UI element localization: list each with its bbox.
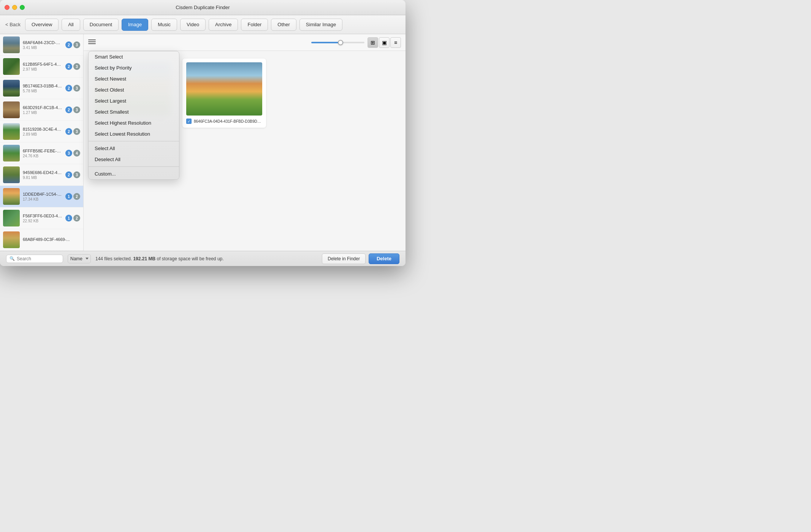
grid-view-button[interactable]: ⊞ [367,37,378,48]
badge-count: 3 [65,150,72,157]
item-name: 68AF6A84-23CD-4D49-... [23,40,62,45]
menu-line [88,41,96,42]
badge-total: 3 [73,128,80,135]
item-name: 663D291F-8C1B-41BE-9... [23,105,62,110]
file-list-sidebar: 68AF6A84-23CD-4D49-... 3.41 MB 2 3 612B8… [0,34,84,251]
delete-in-finder-button[interactable]: Delete in Finder [322,253,366,264]
menu-item-select-smallest[interactable]: Select Smallest [89,106,179,117]
search-container: 🔍 [6,255,63,263]
menu-item-select-all[interactable]: Select All [89,143,179,154]
zoom-slider-container [99,42,364,43]
bottom-bar: 🔍 Name Size Date Type 144 files selected… [0,251,406,266]
maximize-button[interactable] [20,5,25,10]
thumbnail [3,36,20,53]
list-item[interactable]: 68ABF489-0C3F-4669-... [0,229,83,251]
close-button[interactable] [5,5,10,10]
tab-similar-image[interactable]: Similar Image [299,19,342,31]
sort-select[interactable]: Name Size Date Type [68,254,91,263]
status-size: 192.21 MB [133,256,155,261]
divider [89,166,179,167]
list-item[interactable]: 9459E686-ED42-4DE7-... 9.81 MB 2 3 [0,164,83,186]
thumbnail [3,58,20,75]
list-item[interactable]: 6FFFB58E-FEBE-4930-... 24.76 KB 3 4 [0,142,83,164]
item-name: F56F3FF6-0ED3-497E-9... [23,214,62,218]
item-name: 9459E686-ED42-4DE7-... [23,170,62,175]
tab-folder[interactable]: Folder [241,19,268,31]
tab-image[interactable]: Image [122,19,148,31]
badge-total: 2 [73,193,80,200]
list-item[interactable]: 68AF6A84-23CD-4D49-... 3.41 MB 2 3 [0,34,83,56]
item-size: 24.76 KB [23,154,62,158]
menu-line [88,40,96,40]
minimize-button[interactable] [12,5,17,10]
thumbnail [3,231,20,248]
zoom-slider[interactable] [311,42,364,43]
menu-item-select-oldest[interactable]: Select Oldest [89,84,179,95]
badge-total: 3 [73,85,80,92]
item-name: 1DDEDB4F-1C54-4E83-... [23,192,62,196]
item-size: 5.78 MB [23,89,62,93]
menu-line [88,43,96,44]
traffic-lights [5,5,25,10]
list-view-button[interactable]: ≡ [390,37,401,48]
tab-video[interactable]: Video [180,19,206,31]
tab-all[interactable]: All [62,19,80,31]
list-item[interactable]: 663D291F-8C1B-41BE-9... 1.27 MB 2 3 [0,99,83,121]
image-label-row: ✓ 8646FC3A-04D4-431F-BFBD-D3B9D72BB4... [186,119,262,124]
search-input[interactable] [17,256,59,261]
menu-item-select-by-priority[interactable]: Select by Priority [89,62,179,73]
status-count: 144 files selected. [95,256,133,261]
menu-item-select-highest-res[interactable]: Select Highest Resolution [89,117,179,128]
badge-count: 2 [65,106,72,113]
badge-count: 2 [65,128,72,135]
content-toolbar: ⊞ ▣ ≡ [84,34,406,51]
tab-archive[interactable]: Archive [209,19,238,31]
list-item[interactable]: F56F3FF6-0ED3-497E-9... 22.92 KB 1 2 [0,207,83,229]
view-buttons: ⊞ ▣ ≡ [367,37,401,48]
tab-overview[interactable]: Overview [25,19,59,31]
menu-item-deselect-all[interactable]: Deselect All [89,154,179,165]
list-item[interactable]: 1DDEDB4F-1C54-4E83-... 17.34 KB 1 2 [0,186,83,207]
list-item[interactable]: 81519208-3C4E-4A96-... 2.89 MB 2 3 [0,121,83,142]
list-item[interactable]: 9B1746E3-01BB-4124-8... 5.78 MB 2 3 [0,78,83,99]
window-title: Cisdem Duplicate Finder [176,5,230,10]
main-area: 68AF6A84-23CD-4D49-... 3.41 MB 2 3 612B8… [0,34,406,251]
menu-item-select-lowest-res[interactable]: Select Lowest Resolution [89,128,179,139]
menu-item-select-largest[interactable]: Select Largest [89,95,179,106]
tab-document[interactable]: Document [83,19,119,31]
image-preview [186,62,262,116]
badge-count: 1 [65,215,72,222]
title-bar: Cisdem Duplicate Finder [0,0,406,15]
content-area: ⊞ ▣ ≡ Smart Select Select by Priority Se… [84,34,406,251]
item-size: 2.97 MB [23,67,62,71]
filmstrip-view-button[interactable]: ▣ [379,37,390,48]
item-size: 9.81 MB [23,176,62,180]
badge-total: 3 [73,171,80,178]
badge-count: 2 [65,41,72,48]
delete-button[interactable]: Delete [369,253,399,264]
image-filename: 8646FC3A-04D4-431F-BFBD-D3B9D72BB4... [194,119,262,124]
badge-count: 2 [65,63,72,70]
badge-total: 3 [73,63,80,70]
tab-music[interactable]: Music [151,19,177,31]
menu-item-smart-select[interactable]: Smart Select [89,51,179,62]
menu-item-select-newest[interactable]: Select Newest [89,73,179,84]
tab-other[interactable]: Other [271,19,296,31]
back-button[interactable]: < Back [5,22,21,27]
image-thumbnail [186,62,262,116]
item-size: 3.41 MB [23,46,62,50]
item-name: 68ABF489-0C3F-4669-... [23,237,77,242]
menu-item-custom[interactable]: Custom... [89,168,179,179]
thumbnail [3,80,20,97]
zoom-thumb [338,40,343,45]
badge-count: 1 [65,193,72,200]
list-item[interactable]: 612B85F5-64F1-4ACB-B... 2.97 MB 2 3 [0,56,83,78]
thumbnail [3,145,20,162]
badge-total: 2 [73,215,80,222]
badge-total: 3 [73,106,80,113]
thumbnail [3,166,20,183]
action-buttons: Delete in Finder Delete [322,253,399,264]
select-menu-button[interactable] [88,40,96,46]
image-checkbox[interactable]: ✓ [186,119,192,124]
divider [89,141,179,141]
